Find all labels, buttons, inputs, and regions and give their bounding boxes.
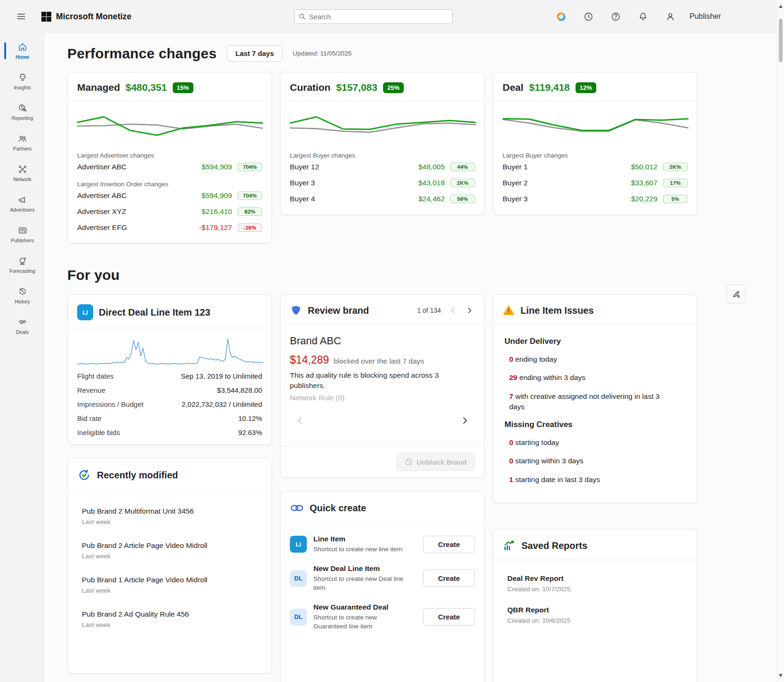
issue-item[interactable]: 7 with creative assigned not delivering …	[504, 391, 674, 412]
carousel-next-icon[interactable]	[459, 414, 471, 427]
issue-item[interactable]: 1 starting date in last 3 days	[504, 475, 674, 485]
section-label: Largest Insertion Order changes	[77, 181, 262, 188]
curation-change-badge: 25%	[383, 82, 404, 93]
hamburger-menu-icon[interactable]	[13, 8, 29, 24]
change-badge: 56%	[450, 195, 475, 203]
create-deal-line-item-button[interactable]: Create	[423, 570, 475, 587]
blocked-icon	[405, 458, 413, 466]
buyer-change-row[interactable]: Buyer 12 $48,005 44%	[290, 159, 475, 175]
performance-title: Performance changes	[67, 46, 216, 62]
buyer-change-row[interactable]: Buyer 4 $24,462 56%	[290, 191, 475, 207]
date-range-button[interactable]: Last 7 days	[227, 45, 282, 62]
unblock-brand-button[interactable]: Unblock Brand	[397, 453, 475, 471]
sidebar-item-insights[interactable]: Insights	[0, 66, 45, 96]
recently-modified-item[interactable]: Pub Brand 2 Article Page Video Midroll L…	[77, 537, 262, 571]
issue-group-heading: Under Delivery	[504, 337, 686, 346]
buyer-change-row[interactable]: Buyer 3 $20,229 5%	[503, 191, 688, 207]
review-brand-title: Review brand	[308, 305, 369, 316]
field-row: Ineligible bids 92.63%	[77, 425, 262, 439]
advertiser-change-row[interactable]: Advertiser ABC $594,909 704%	[77, 159, 262, 175]
user-role-label[interactable]: Publisher	[689, 12, 721, 21]
report-chart-icon	[17, 103, 28, 113]
updated-timestamp: Updated: 11/05/2025	[293, 50, 352, 57]
line-item-icon: LI	[77, 304, 93, 320]
recently-modified-item[interactable]: Pub Brand 2 Multiformat Unit 3456 Last w…	[77, 502, 262, 537]
notifications-bell-icon[interactable]	[635, 8, 651, 24]
sidebar-item-forecasting[interactable]: Forecasting	[0, 250, 45, 280]
issue-item[interactable]: 0 ending today	[504, 354, 674, 365]
saved-report-item[interactable]: QBR Report Created on: 10/6/2025	[503, 602, 688, 634]
deal-card: Deal $119,418 12% Largest Buyer changes …	[493, 72, 697, 215]
insertion-order-change-row[interactable]: Advertiser ABC $594,909 704%	[77, 188, 262, 204]
recently-modified-card: Recently modified Pub Brand 2 Multiforma…	[67, 458, 272, 674]
field-row: Revenue $3,544,828.00	[77, 383, 262, 397]
issue-item[interactable]: 0 starting within 3 days	[504, 456, 674, 466]
direct-deal-line-item-card: LI Direct Deal Line Item 123 Flight date…	[67, 294, 272, 445]
quick-create-card: Quick create LI Line Item Shortcut to cr…	[280, 491, 485, 682]
performance-header: Performance changes Last 7 days Updated:…	[67, 45, 761, 62]
scroll-up-arrow-icon[interactable]	[779, 5, 783, 8]
topbar-actions: Publisher	[553, 8, 768, 24]
app-brand: Microsoft Monetize	[41, 12, 131, 22]
line-item-icon: LI	[290, 536, 307, 553]
for-you-title: For you	[67, 267, 761, 283]
create-line-item-button[interactable]: Create	[423, 536, 475, 553]
lightbulb-icon	[17, 72, 28, 83]
sidebar-item-reporting[interactable]: Reporting	[0, 97, 45, 127]
change-badge: 2K%	[663, 163, 688, 171]
change-badge: 44%	[450, 163, 475, 171]
saved-reports-card: Saved Reports Deal Rev Report Created on…	[493, 529, 697, 682]
field-row: Flight dates Sep 13, 2019 to Unlimited	[77, 369, 262, 383]
recently-modified-item[interactable]: Pub Brand 2 Ad Quality Rule 456 Last wee…	[77, 605, 262, 640]
customize-edit-button[interactable]	[727, 285, 745, 303]
scroll-down-arrow-icon[interactable]	[779, 674, 783, 677]
insertion-order-change-row[interactable]: Advertiser XYZ $216,410 82%	[77, 204, 262, 220]
change-badge: 82%	[238, 207, 262, 216]
handshake-icon	[17, 317, 28, 327]
issue-item[interactable]: 29 ending within 3 days	[504, 373, 674, 383]
sidebar-item-home[interactable]: Home	[0, 36, 45, 66]
blocking-description: This ad quality rule is blocking spend a…	[290, 370, 450, 391]
saved-reports-icon	[503, 539, 516, 552]
scrollbar-thumb[interactable]	[779, 19, 783, 62]
carousel-previous-icon[interactable]	[294, 414, 306, 427]
for-you-cards: LI Direct Deal Line Item 123 Flight date…	[67, 294, 761, 682]
next-brand-icon[interactable]	[464, 305, 475, 316]
guaranteed-deal-icon: DL	[290, 609, 307, 626]
change-badge: 704%	[238, 163, 262, 171]
change-badge: 704%	[238, 191, 262, 200]
sidebar-item-network[interactable]: Network	[0, 158, 45, 188]
saved-report-item[interactable]: Deal Rev Report Created on: 10/7/2025	[503, 571, 688, 602]
help-icon[interactable]	[608, 8, 624, 24]
for-you-header: For you	[67, 267, 761, 283]
sidebar-item-deals[interactable]: Deals	[0, 311, 45, 341]
create-guaranteed-deal-button[interactable]: Create	[423, 608, 475, 626]
pagination-label: 1 of 134	[417, 307, 441, 314]
home-icon	[17, 42, 28, 52]
newspaper-icon	[17, 225, 28, 236]
quick-create-row: DL New Deal Line Item Shortcut to create…	[290, 559, 475, 598]
main-content: Performance changes Last 7 days Updated:…	[45, 33, 784, 682]
insertion-order-change-row[interactable]: Advertiser EFG -$179,127 -16%	[77, 220, 262, 236]
previous-brand-icon[interactable]	[448, 305, 458, 316]
deal-card-title: Deal	[503, 82, 523, 93]
sidebar-item-advertisers[interactable]: Advertisers	[0, 189, 45, 219]
search-input[interactable]	[309, 13, 448, 21]
change-badge: -16%	[238, 223, 262, 232]
sidebar-item-publishers[interactable]: Publishers	[0, 219, 45, 249]
managed-card-title: Managed	[77, 82, 120, 93]
history-clock-icon[interactable]	[580, 8, 596, 24]
megaphone-icon	[17, 195, 28, 205]
buyer-change-row[interactable]: Buyer 1 $50,012 2K%	[503, 159, 688, 175]
issue-item[interactable]: 0 starting today	[504, 437, 674, 448]
account-person-icon[interactable]	[662, 8, 678, 24]
search-icon	[299, 13, 306, 20]
buyer-change-row[interactable]: Buyer 3 $43,018 2K%	[290, 175, 475, 191]
recently-modified-item[interactable]: Pub Brand 1 Article Page Video Midroll L…	[77, 571, 262, 605]
sidebar-item-history[interactable]: History	[0, 280, 45, 310]
buyer-change-row[interactable]: Buyer 2 $33,607 17%	[503, 175, 688, 191]
section-label: Largest Advertiser changes	[77, 152, 262, 159]
vertical-scrollbar[interactable]	[776, 0, 784, 682]
sidebar-item-partners[interactable]: Partners	[0, 127, 45, 158]
copilot-icon[interactable]	[553, 8, 569, 24]
